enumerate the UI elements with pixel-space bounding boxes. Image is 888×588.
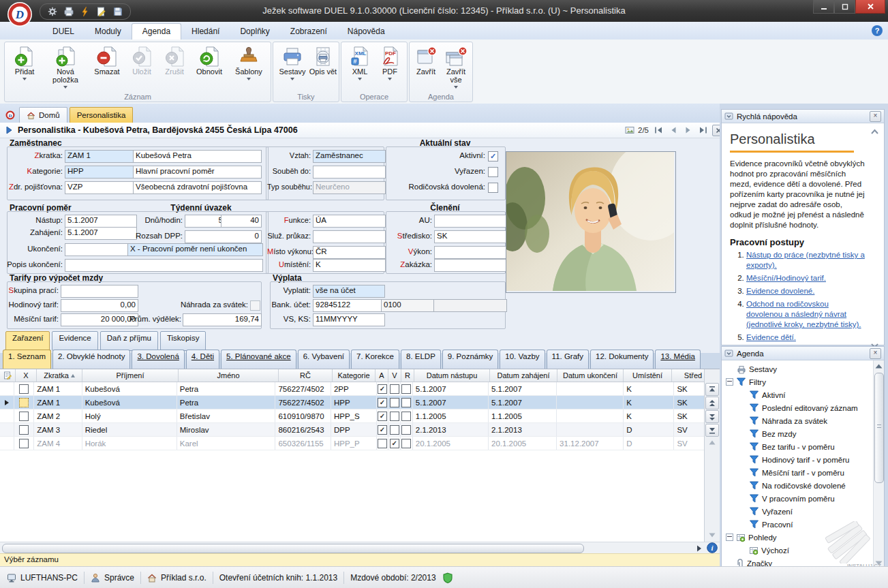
tree-filter-posledni[interactable]: Poslední editovaný záznam (722, 401, 884, 414)
collapse-expander-icon[interactable] (726, 378, 733, 386)
field-soubeh-do[interactable] (313, 166, 386, 179)
first-record-button[interactable] (652, 125, 664, 136)
field-hodiny[interactable]: 40 (221, 215, 262, 228)
field-bank-ucet[interactable]: 92845122 (313, 299, 385, 312)
menu-napoveda[interactable]: Nápověda (337, 24, 395, 40)
row-select-checkbox[interactable] (19, 439, 29, 448)
tree-filter-aktivni[interactable]: Aktivní (722, 388, 884, 401)
header-v[interactable]: V (388, 369, 401, 382)
tab-eldp[interactable]: 8. ELDP (401, 350, 441, 369)
agenda-scroll-thumb[interactable] (874, 373, 884, 483)
close-help-panel-icon[interactable] (870, 111, 881, 122)
list-print-button[interactable]: Opis vět (309, 46, 337, 76)
field-stredisko[interactable]: SK (434, 230, 507, 243)
field-ukonceni[interactable] (65, 243, 132, 256)
field-zkratka-text[interactable]: Kubešová Petra (133, 150, 262, 163)
header-selector[interactable] (0, 369, 16, 382)
rodicovska-checkbox[interactable] (401, 439, 411, 448)
vyrazen-checkbox[interactable] (390, 412, 399, 421)
aktivni-checkbox[interactable] (378, 398, 387, 407)
field-vykon[interactable] (434, 246, 507, 259)
close-all-button[interactable]: Zavřít vše (441, 46, 471, 89)
tab-poznamky[interactable]: 9. Poznámky (442, 350, 498, 369)
save-record-button[interactable]: Uložit (126, 46, 157, 76)
header-zkratka[interactable]: Zkratka (37, 369, 82, 382)
tab-korekce[interactable]: 7. Korekce (351, 350, 399, 369)
checkbox-rodicovska[interactable] (488, 183, 498, 193)
panel-collapse-icon[interactable] (724, 112, 733, 121)
rodicovska-checkbox[interactable] (401, 412, 411, 421)
add-button[interactable]: Přidat (7, 46, 42, 80)
tab-media[interactable]: 13. Média (655, 350, 701, 369)
rodicovska-checkbox[interactable] (401, 398, 411, 407)
tree-item-sestavy[interactable]: Sestavy (722, 362, 884, 375)
help-link[interactable]: Měsíční/Hodinový tarif. (746, 274, 826, 282)
field-skupina-praci[interactable] (61, 285, 138, 298)
previous-record-button[interactable] (667, 125, 679, 136)
field-vztah[interactable]: Zaměstnanec (313, 150, 386, 163)
field-pojistovna[interactable]: VZP (65, 181, 136, 194)
tree-filter-bez-tarifu[interactable]: Bez tarifu - v poměru (722, 440, 884, 453)
tree-filter-v-pomeru[interactable]: V pracovním poměru (722, 492, 884, 505)
reports-button[interactable]: Sestavy (276, 46, 309, 80)
scroll-last-button[interactable] (705, 424, 719, 437)
field-kategorie[interactable]: HPP (65, 166, 136, 179)
subtab-tiskopisy[interactable]: Tiskopisy (160, 331, 206, 351)
checkbox-aktivni[interactable] (488, 151, 498, 161)
templates-button[interactable]: Šablony (230, 46, 268, 80)
field-dny[interactable]: 5 (185, 215, 226, 228)
row-select-checkbox[interactable] (19, 384, 29, 394)
cancel-button[interactable]: Zrušit (159, 46, 190, 76)
field-zkratka[interactable]: ZAM 1 (65, 150, 136, 163)
table-row[interactable]: ZAM 3 Riedel Miroslav 860216/2543 DPP 2.… (0, 423, 720, 437)
help-link[interactable]: Evidence dětí. (746, 333, 796, 341)
menu-duel[interactable]: DUEL (42, 24, 85, 40)
last-record-button[interactable] (697, 125, 709, 136)
field-popis-ukonceni[interactable] (65, 259, 263, 272)
close-button[interactable] (855, 0, 885, 14)
tab-personalistika[interactable]: Personalistika (70, 107, 134, 123)
field-kategorie-text[interactable]: Hlavní pracovní poměr (133, 166, 262, 179)
help-link[interactable]: Evidence dovolené. (746, 287, 814, 295)
aktivni-checkbox[interactable] (378, 412, 387, 421)
tab-planovane-akce[interactable]: 5. Plánované akce (221, 350, 296, 369)
field-au[interactable] (434, 215, 507, 228)
close-agenda-button[interactable]: Zavřít (411, 46, 441, 76)
hscroll-thumb[interactable] (2, 544, 584, 553)
field-banka-nazev[interactable] (433, 299, 507, 312)
hscroll-right-icon[interactable] (695, 544, 703, 553)
aktivni-checkbox[interactable] (378, 384, 387, 394)
tab-grafy[interactable]: 11. Grafy (547, 350, 589, 369)
tree-filter-hodinovy[interactable]: Hodinový tarif - v poměru (722, 453, 884, 466)
header-kategorie[interactable]: Kategorie (333, 369, 376, 382)
tree-item-filtry[interactable]: Filtry (722, 375, 884, 388)
close-agenda-panel-icon[interactable] (870, 348, 881, 359)
vscroll-up-icon[interactable] (706, 438, 718, 448)
aktivni-checkbox[interactable] (378, 425, 387, 435)
rodicovska-checkbox[interactable] (401, 425, 411, 435)
field-prum-vydelek[interactable]: 169,74 (183, 313, 262, 326)
header-umisteni[interactable]: Umístění (624, 369, 672, 382)
header-a[interactable]: A (376, 369, 388, 382)
header-datum-zahajeni[interactable]: Datum zahájení (490, 369, 557, 382)
field-misto-vykonu[interactable]: ČR (313, 246, 386, 259)
field-umisteni[interactable]: K (313, 259, 386, 272)
tree-filter-mesicni[interactable]: Měsíční tarif - v poměru (722, 466, 884, 479)
tree-filter-rodicovska[interactable]: Na rodičovské dovolené (722, 479, 884, 492)
field-pojistovna-text[interactable]: Všeobecná zdravotní pojišťovna (133, 181, 262, 194)
field-sluz-prukaz[interactable] (313, 230, 386, 243)
checkbox-vyrazen[interactable] (488, 167, 498, 177)
tree-filter-bez-mzdy[interactable]: Bez mzdy (722, 427, 884, 440)
menu-moduly[interactable]: Moduly (85, 24, 132, 40)
menu-agenda[interactable]: Agenda (132, 23, 181, 40)
menu-doplnky[interactable]: Doplňky (230, 24, 279, 40)
vyrazen-checkbox[interactable] (390, 439, 399, 448)
vscroll-down-icon[interactable] (706, 530, 718, 540)
header-jmeno[interactable]: Jméno (179, 369, 279, 382)
field-zakazka[interactable] (434, 259, 507, 272)
agenda-panel-header[interactable]: Agenda (722, 347, 884, 360)
header-prijmeni[interactable]: Příjmení (82, 369, 179, 382)
new-item-button[interactable]: Nová položka (44, 46, 87, 89)
header-datum-ukonceni[interactable]: Datum ukončení (557, 369, 624, 382)
tab-home[interactable]: Domů (19, 107, 67, 123)
